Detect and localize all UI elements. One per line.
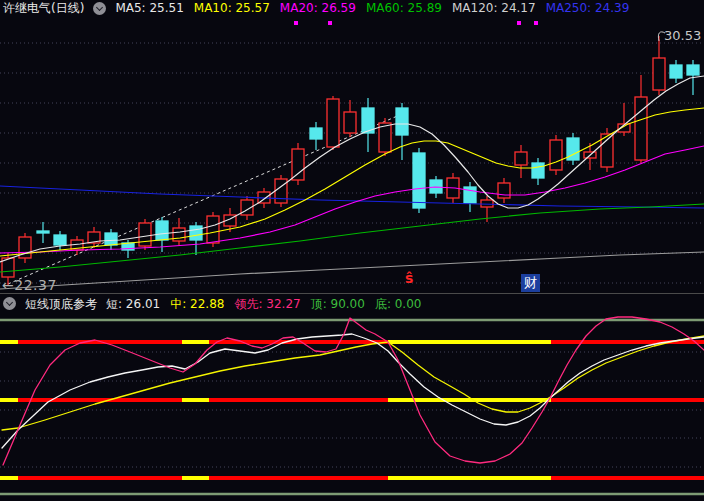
ma-values: MA5: 25.51MA10: 25.57MA20: 26.59MA60: 25…	[115, 1, 629, 15]
ma-value-label: MA20: 26.59	[280, 1, 356, 15]
indicator-value-label: 底: 0.00	[375, 297, 422, 311]
ma-value-label: MA60: 25.89	[366, 1, 442, 15]
indicator-value-label: 领先: 32.27	[234, 297, 300, 311]
event-marker-icon[interactable]: ŝ	[405, 270, 413, 286]
chart-canvas[interactable]	[0, 0, 704, 501]
indicator-values: 短: 26.01中: 22.88领先: 32.27顶: 90.00底: 0.00	[106, 297, 421, 311]
news-badge[interactable]: 财	[521, 274, 540, 292]
indicator-pane-header: 短线顶底参考 短: 26.01中: 22.88领先: 32.27顶: 90.00…	[0, 295, 704, 312]
low-price-label: ←22.37	[2, 277, 57, 293]
indicator-title: 短线顶底参考	[25, 297, 97, 311]
chevron-down-icon[interactable]	[3, 297, 16, 310]
chevron-down-icon[interactable]	[93, 2, 106, 15]
indicator-value-label: 中: 22.88	[170, 297, 224, 311]
price-pane-header: 许继电气(日线) MA5: 25.51MA10: 25.57MA20: 26.5…	[0, 0, 704, 16]
indicator-value-label: 短: 26.01	[106, 297, 160, 311]
ma-value-label: MA5: 25.51	[115, 1, 183, 15]
indicator-value-label: 顶: 90.00	[311, 297, 365, 311]
ma-value-label: MA10: 25.57	[194, 1, 270, 15]
stock-chart-window: 许继电气(日线) MA5: 25.51MA10: 25.57MA20: 26.5…	[0, 0, 704, 501]
ma-value-label: MA250: 24.39	[546, 1, 630, 15]
stock-name-period: 许继电气(日线)	[3, 1, 84, 15]
ma-value-label: MA120: 24.17	[452, 1, 536, 15]
high-price-label: 30.53	[664, 28, 701, 43]
